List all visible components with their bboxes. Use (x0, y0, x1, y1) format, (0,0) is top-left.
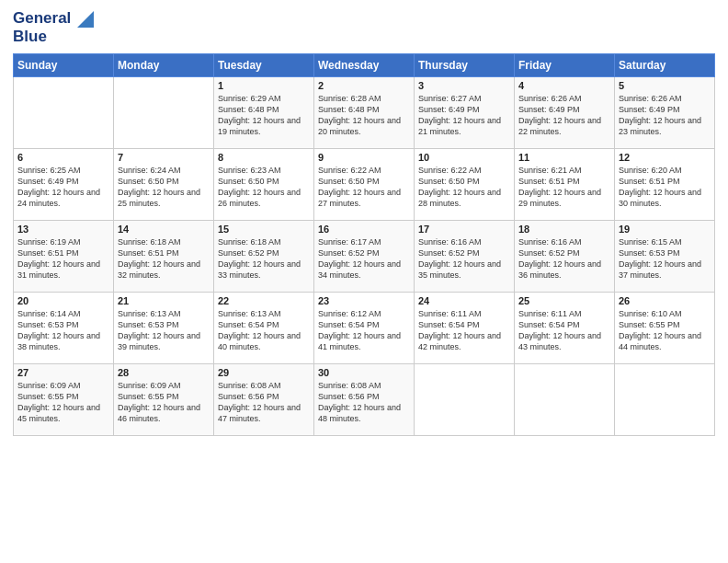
weekday-header-tuesday: Tuesday (214, 53, 314, 76)
calendar-cell[interactable]: 19 Sunrise: 6:15 AM Sunset: 6:53 PM Dayl… (615, 220, 715, 292)
header: General Blue (13, 9, 715, 46)
day-info: Sunrise: 6:16 AM Sunset: 6:52 PM Dayligh… (518, 236, 610, 282)
day-info: Sunrise: 6:11 AM Sunset: 6:54 PM Dayligh… (418, 308, 510, 353)
week-row-4: 20 Sunrise: 6:14 AM Sunset: 6:53 PM Dayl… (14, 292, 715, 363)
calendar-cell[interactable]: 29 Sunrise: 6:08 AM Sunset: 6:56 PM Dayl… (214, 363, 314, 435)
day-number: 17 (418, 224, 510, 235)
day-info: Sunrise: 6:23 AM Sunset: 6:50 PM Dayligh… (218, 165, 310, 210)
calendar-cell[interactable] (415, 363, 515, 435)
day-number: 7 (118, 152, 210, 163)
weekday-header-wednesday: Wednesday (314, 53, 415, 76)
logo: General Blue (13, 9, 94, 46)
day-info: Sunrise: 6:08 AM Sunset: 6:56 PM Dayligh… (318, 380, 410, 425)
calendar-cell[interactable]: 27 Sunrise: 6:09 AM Sunset: 6:55 PM Dayl… (14, 363, 114, 435)
day-number: 24 (418, 295, 510, 306)
calendar-table: SundayMondayTuesdayWednesdayThursdayFrid… (13, 53, 715, 436)
calendar-cell[interactable]: 24 Sunrise: 6:11 AM Sunset: 6:54 PM Dayl… (415, 292, 515, 363)
weekday-header-monday: Monday (114, 53, 214, 76)
calendar-cell[interactable] (114, 76, 214, 148)
calendar-cell[interactable] (615, 363, 715, 435)
calendar-cell[interactable]: 25 Sunrise: 6:11 AM Sunset: 6:54 PM Dayl… (515, 292, 615, 363)
day-info: Sunrise: 6:27 AM Sunset: 6:49 PM Dayligh… (418, 93, 510, 138)
weekday-header-row: SundayMondayTuesdayWednesdayThursdayFrid… (14, 53, 715, 76)
weekday-header-friday: Friday (515, 53, 615, 76)
day-number: 15 (218, 224, 310, 235)
week-row-2: 6 Sunrise: 6:25 AM Sunset: 6:49 PM Dayli… (14, 148, 715, 220)
calendar-cell[interactable]: 7 Sunrise: 6:24 AM Sunset: 6:50 PM Dayli… (114, 148, 214, 220)
day-number: 6 (17, 152, 109, 163)
weekday-header-thursday: Thursday (415, 53, 515, 76)
week-row-3: 13 Sunrise: 6:19 AM Sunset: 6:51 PM Dayl… (14, 220, 715, 292)
calendar-cell[interactable]: 22 Sunrise: 6:13 AM Sunset: 6:54 PM Dayl… (214, 292, 314, 363)
day-number: 28 (118, 367, 210, 378)
day-number: 3 (418, 80, 510, 91)
day-info: Sunrise: 6:22 AM Sunset: 6:50 PM Dayligh… (418, 165, 510, 210)
logo-line2: Blue (13, 28, 94, 46)
calendar-cell[interactable]: 26 Sunrise: 6:10 AM Sunset: 6:55 PM Dayl… (615, 292, 715, 363)
day-number: 13 (17, 224, 109, 235)
calendar-cell[interactable]: 2 Sunrise: 6:28 AM Sunset: 6:48 PM Dayli… (314, 76, 415, 148)
day-info: Sunrise: 6:28 AM Sunset: 6:48 PM Dayligh… (318, 93, 410, 138)
day-info: Sunrise: 6:18 AM Sunset: 6:52 PM Dayligh… (218, 236, 310, 282)
day-number: 1 (218, 80, 310, 91)
calendar-cell[interactable]: 14 Sunrise: 6:18 AM Sunset: 6:51 PM Dayl… (114, 220, 214, 292)
day-info: Sunrise: 6:19 AM Sunset: 6:51 PM Dayligh… (17, 236, 109, 282)
calendar-cell[interactable]: 3 Sunrise: 6:27 AM Sunset: 6:49 PM Dayli… (415, 76, 515, 148)
weekday-header-sunday: Sunday (14, 53, 114, 76)
calendar-cell[interactable]: 16 Sunrise: 6:17 AM Sunset: 6:52 PM Dayl… (314, 220, 415, 292)
day-number: 11 (518, 152, 610, 163)
calendar-header: SundayMondayTuesdayWednesdayThursdayFrid… (14, 53, 715, 76)
day-number: 8 (218, 152, 310, 163)
day-number: 30 (318, 367, 410, 378)
day-info: Sunrise: 6:24 AM Sunset: 6:50 PM Dayligh… (118, 165, 210, 210)
day-number: 9 (318, 152, 410, 163)
day-info: Sunrise: 6:16 AM Sunset: 6:52 PM Dayligh… (418, 236, 510, 282)
day-info: Sunrise: 6:13 AM Sunset: 6:53 PM Dayligh… (118, 308, 210, 353)
calendar-cell[interactable]: 6 Sunrise: 6:25 AM Sunset: 6:49 PM Dayli… (14, 148, 114, 220)
calendar-cell[interactable]: 30 Sunrise: 6:08 AM Sunset: 6:56 PM Dayl… (314, 363, 415, 435)
calendar-cell[interactable]: 8 Sunrise: 6:23 AM Sunset: 6:50 PM Dayli… (214, 148, 314, 220)
day-number: 4 (518, 80, 610, 91)
day-number: 27 (17, 367, 109, 378)
day-number: 2 (318, 80, 410, 91)
day-info: Sunrise: 6:26 AM Sunset: 6:49 PM Dayligh… (518, 93, 610, 138)
day-number: 14 (118, 224, 210, 235)
day-info: Sunrise: 6:09 AM Sunset: 6:55 PM Dayligh… (118, 380, 210, 425)
day-info: Sunrise: 6:15 AM Sunset: 6:53 PM Dayligh… (619, 236, 711, 282)
day-number: 5 (619, 80, 711, 91)
day-number: 20 (17, 295, 109, 306)
calendar-cell[interactable]: 15 Sunrise: 6:18 AM Sunset: 6:52 PM Dayl… (214, 220, 314, 292)
calendar-cell[interactable]: 28 Sunrise: 6:09 AM Sunset: 6:55 PM Dayl… (114, 363, 214, 435)
calendar-cell[interactable]: 11 Sunrise: 6:21 AM Sunset: 6:51 PM Dayl… (515, 148, 615, 220)
calendar-cell[interactable] (515, 363, 615, 435)
day-number: 29 (218, 367, 310, 378)
week-row-1: 1 Sunrise: 6:29 AM Sunset: 6:48 PM Dayli… (14, 76, 715, 148)
day-info: Sunrise: 6:14 AM Sunset: 6:53 PM Dayligh… (17, 308, 109, 353)
day-number: 23 (318, 295, 410, 306)
day-info: Sunrise: 6:20 AM Sunset: 6:51 PM Dayligh… (619, 165, 711, 210)
calendar-cell[interactable]: 18 Sunrise: 6:16 AM Sunset: 6:52 PM Dayl… (515, 220, 615, 292)
calendar-cell[interactable]: 10 Sunrise: 6:22 AM Sunset: 6:50 PM Dayl… (415, 148, 515, 220)
calendar-cell[interactable]: 20 Sunrise: 6:14 AM Sunset: 6:53 PM Dayl… (14, 292, 114, 363)
day-info: Sunrise: 6:08 AM Sunset: 6:56 PM Dayligh… (218, 380, 310, 425)
week-row-5: 27 Sunrise: 6:09 AM Sunset: 6:55 PM Dayl… (14, 363, 715, 435)
day-info: Sunrise: 6:09 AM Sunset: 6:55 PM Dayligh… (17, 380, 109, 425)
svg-marker-0 (77, 11, 94, 28)
calendar-cell[interactable]: 21 Sunrise: 6:13 AM Sunset: 6:53 PM Dayl… (114, 292, 214, 363)
day-info: Sunrise: 6:22 AM Sunset: 6:50 PM Dayligh… (318, 165, 410, 210)
calendar-cell[interactable]: 12 Sunrise: 6:20 AM Sunset: 6:51 PM Dayl… (615, 148, 715, 220)
day-info: Sunrise: 6:10 AM Sunset: 6:55 PM Dayligh… (619, 308, 711, 353)
calendar-cell[interactable]: 1 Sunrise: 6:29 AM Sunset: 6:48 PM Dayli… (214, 76, 314, 148)
day-info: Sunrise: 6:17 AM Sunset: 6:52 PM Dayligh… (318, 236, 410, 282)
calendar-cell[interactable] (14, 76, 114, 148)
day-info: Sunrise: 6:11 AM Sunset: 6:54 PM Dayligh… (518, 308, 610, 353)
calendar-cell[interactable]: 4 Sunrise: 6:26 AM Sunset: 6:49 PM Dayli… (515, 76, 615, 148)
calendar-cell[interactable]: 9 Sunrise: 6:22 AM Sunset: 6:50 PM Dayli… (314, 148, 415, 220)
day-number: 10 (418, 152, 510, 163)
calendar-cell[interactable]: 23 Sunrise: 6:12 AM Sunset: 6:54 PM Dayl… (314, 292, 415, 363)
calendar-cell[interactable]: 17 Sunrise: 6:16 AM Sunset: 6:52 PM Dayl… (415, 220, 515, 292)
logo-line1: General (13, 9, 94, 28)
day-info: Sunrise: 6:12 AM Sunset: 6:54 PM Dayligh… (318, 308, 410, 353)
calendar-cell[interactable]: 5 Sunrise: 6:26 AM Sunset: 6:49 PM Dayli… (615, 76, 715, 148)
calendar-cell[interactable]: 13 Sunrise: 6:19 AM Sunset: 6:51 PM Dayl… (14, 220, 114, 292)
